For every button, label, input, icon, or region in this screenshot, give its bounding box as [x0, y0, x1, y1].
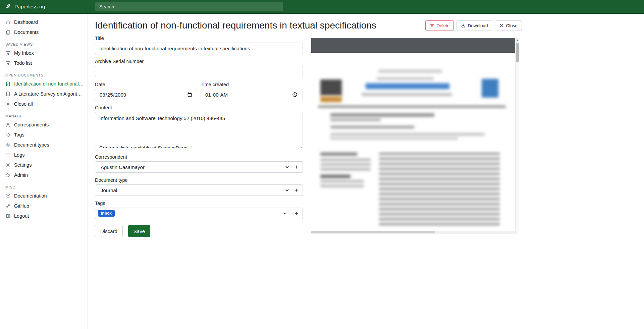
- save-button[interactable]: Save: [128, 225, 150, 237]
- main-content: Identification of non-functional require…: [88, 14, 644, 329]
- time-created-input[interactable]: [201, 89, 303, 100]
- sidebar-item-label: Settings: [14, 162, 32, 168]
- tags-collapse-button[interactable]: [280, 208, 290, 219]
- sidebar-item-logs[interactable]: Logs: [0, 150, 87, 160]
- open-document-title: Identification of non-functional require…: [14, 81, 84, 87]
- preview-blur-block: [320, 185, 364, 187]
- preview-blur-block: [320, 159, 371, 161]
- date-input[interactable]: [95, 89, 197, 100]
- sidebar-open-doc-2[interactable]: A Literature Survey on Algorithms for Mu…: [0, 89, 87, 99]
- sidebar-item-settings[interactable]: Settings: [0, 160, 87, 170]
- sidebar-item-github[interactable]: GitHub: [0, 201, 87, 211]
- preview-blur-block: [320, 163, 371, 166]
- person-icon: [5, 122, 11, 127]
- title-input[interactable]: [95, 43, 303, 54]
- document-type-select[interactable]: Journal: [95, 184, 290, 196]
- sidebar-item-documentation[interactable]: Documentation: [0, 191, 87, 201]
- sidebar: Dashboard Documents SAVED VIEWS My Inbox…: [0, 14, 88, 329]
- document-actions: Delete Download Close: [425, 20, 522, 31]
- content-textarea[interactable]: Information and Software Technology 52 (…: [95, 112, 303, 148]
- list-icon: [5, 152, 11, 158]
- delete-button-label: Delete: [436, 23, 449, 28]
- sidebar-section-open-documents: OPEN DOCUMENTS: [0, 68, 87, 79]
- top-navbar: Paperless-ng: [0, 0, 644, 14]
- people-icon: [5, 172, 11, 178]
- preview-publisher-logo: [482, 79, 498, 98]
- pdf-preview: ▲: [311, 38, 519, 234]
- sidebar-item-correspondents[interactable]: Correspondents: [0, 120, 87, 130]
- sidebar-item-admin[interactable]: Admin: [0, 170, 87, 180]
- preview-blur-block: [320, 175, 351, 178]
- scrollbar-thumb[interactable]: [516, 43, 519, 62]
- preview-blur-block: [378, 70, 442, 73]
- sidebar-item-document-types[interactable]: Document types: [0, 140, 87, 150]
- preview-blur-block: [330, 133, 485, 135]
- asn-input[interactable]: [95, 66, 303, 77]
- pdf-page: [311, 53, 515, 231]
- open-document-title: A Literature Survey on Algorithms for Mu…: [14, 91, 84, 97]
- discard-button[interactable]: Discard: [95, 225, 123, 237]
- preview-blur-block: [330, 137, 458, 140]
- preview-blur-block: [320, 96, 342, 102]
- document-edit-form: Title Archive Serial Number Date Time cr…: [95, 36, 303, 237]
- file-text-icon: [5, 81, 11, 87]
- preview-scrollbar-horizontal[interactable]: [311, 231, 515, 234]
- sidebar-item-my-inbox[interactable]: My Inbox: [0, 48, 87, 58]
- preview-blur-block: [320, 168, 371, 170]
- date-label: Date: [95, 82, 197, 87]
- add-correspondent-button[interactable]: [290, 161, 303, 173]
- funnel-icon: [5, 50, 11, 56]
- file-text-icon: [5, 91, 11, 97]
- download-button[interactable]: Download: [457, 20, 492, 31]
- sidebar-item-close-all[interactable]: Close all: [0, 99, 87, 109]
- sidebar-item-label: Close all: [14, 101, 33, 107]
- sidebar-open-doc-1[interactable]: Identification of non-functional require…: [0, 79, 87, 89]
- preview-journal-title: [366, 83, 449, 89]
- sidebar-item-dashboard[interactable]: Dashboard: [0, 17, 87, 27]
- asn-label: Archive Serial Number: [95, 59, 303, 64]
- scrollbar-thumb[interactable]: [311, 231, 435, 233]
- plus-icon: [294, 211, 299, 216]
- sidebar-item-label: GitHub: [14, 203, 29, 209]
- sidebar-item-documents[interactable]: Documents: [0, 27, 87, 37]
- funnel-icon: [5, 60, 11, 66]
- sidebar-item-logout[interactable]: Logout: [0, 211, 87, 221]
- time-created-label: Time created: [201, 82, 303, 87]
- sidebar-section-manage: MANAGE: [0, 109, 87, 120]
- sidebar-item-label: My Inbox: [14, 50, 34, 56]
- scroll-up-icon[interactable]: ▲: [516, 38, 519, 42]
- brand[interactable]: Paperless-ng: [0, 3, 88, 11]
- sidebar-section-saved-views: SAVED VIEWS: [0, 37, 87, 48]
- pdf-toolbar[interactable]: [311, 38, 515, 53]
- preview-blur-block: [362, 93, 452, 96]
- tag-badge-inbox[interactable]: Inbox: [98, 210, 115, 217]
- sidebar-item-label: Logs: [14, 152, 24, 158]
- search-input[interactable]: [95, 2, 283, 11]
- download-icon: [461, 23, 466, 28]
- add-tag-button[interactable]: [290, 208, 303, 219]
- preview-journal-logo: [320, 79, 342, 96]
- hash-icon: [5, 142, 11, 148]
- preview-scrollbar-vertical[interactable]: ▲: [515, 38, 519, 234]
- preview-authors-line: [330, 126, 414, 128]
- download-button-label: Download: [468, 23, 488, 28]
- sidebar-item-label: Dashboard: [14, 19, 38, 25]
- sidebar-item-label: Correspondents: [14, 122, 49, 127]
- plus-icon: [294, 165, 299, 169]
- sidebar-item-tags[interactable]: Tags: [0, 130, 87, 140]
- correspondent-label: Correspondent: [95, 154, 303, 160]
- sidebar-item-label: Document types: [14, 142, 49, 148]
- add-document-type-button[interactable]: [290, 184, 303, 196]
- paperless-logo-icon: [5, 3, 11, 11]
- preview-blur-block: [320, 153, 357, 156]
- tag-icon: [5, 132, 11, 138]
- title-label: Title: [95, 36, 303, 41]
- tags-input[interactable]: Inbox: [95, 208, 280, 219]
- close-button[interactable]: Close: [495, 20, 522, 31]
- page-title: Identification of non-functional require…: [95, 20, 376, 31]
- preview-blur-block: [377, 77, 434, 80]
- preview-article-title: [330, 113, 434, 117]
- delete-button[interactable]: Delete: [425, 20, 454, 31]
- sidebar-item-todo-list[interactable]: Todo list: [0, 58, 87, 68]
- correspondent-select[interactable]: Agustin Casamayor: [95, 161, 290, 173]
